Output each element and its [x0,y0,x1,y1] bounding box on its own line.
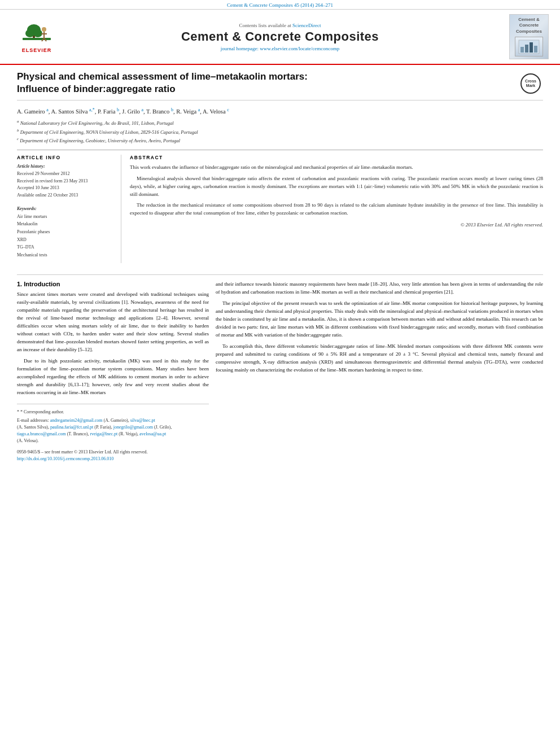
email-veiga[interactable]: rveiga@lnec.pt [90,431,117,436]
abstract-panel: ABSTRACT This work evaluates the influen… [130,155,543,264]
history-available: Available online 22 October 2013 [17,192,114,199]
journal-title-area: Contents lists available at ScienceDirec… [62,23,498,51]
keyword-4: XRD [17,236,114,244]
elsevier-tree-icon [21,21,53,46]
intro-right-para-3: To accomplish this, three different volu… [216,343,543,374]
journal-name: Cement & Concrete Composites [62,29,498,44]
corresponding-author-note: * * Corresponding author. E-mail address… [17,409,209,444]
svg-point-4 [33,29,42,37]
abstract-title: ABSTRACT [130,155,543,160]
right-column: and their influence towards historic mas… [216,281,543,462]
svg-point-3 [25,29,34,37]
email-gameiro[interactable]: andregameim24@gmail.com [50,418,103,423]
article-title: Physical and chemical assessment of lime… [17,71,515,95]
thumbnail-graphic-icon [518,39,540,55]
article-title-text: Physical and chemical assessment of lime… [17,71,515,95]
history-revised: Received in revised form 23 May 2013 [17,178,114,185]
intro-right-para-2: The principal objective of the present r… [216,300,543,339]
journal-thumbnail: Cement &ConcreteComposites [509,14,549,59]
intro-para-2: Due to its high pozzolanic activity, met… [17,357,209,397]
doi-notice: 0958-9465/$ – see front matter © 2013 El… [17,449,209,462]
keyword-5: TG–DTA [17,243,114,251]
affiliation-c: c Department of Civil Engineering, Geobi… [17,136,543,145]
authors-line: A. Gameiro a, A. Santos Silva a,*, P. Fa… [17,106,543,116]
svg-rect-12 [525,45,528,53]
email-velosa[interactable]: avelosa@ua.pt [139,431,166,436]
homepage-url: www.elsevier.com/locate/cemconcomp [260,46,339,51]
email-branco[interactable]: tiago.a.branco@gmail.com [17,431,66,436]
elsevier-label: ELSEVIER [22,47,52,53]
keyword-6: Mechanical tests [17,251,114,259]
history-label: Article history: [17,164,114,169]
email-faria[interactable]: paulina.faria@fct.unl.pt [50,425,93,430]
journal-thumbnail-area: Cement &ConcreteComposites [498,14,549,59]
abstract-para-3: The reduction in the mechanical resistan… [130,202,543,217]
history-accepted: Accepted 10 June 2013 [17,185,114,192]
svg-point-5 [42,27,46,32]
email-grilo[interactable]: jonegrilo@gmail.com [113,425,153,430]
top-bar: Cement & Concrete Composites 45 (2014) 2… [0,0,560,10]
introduction-heading: 1. Introduction [17,281,209,287]
keyword-1: Air lime mortars [17,213,114,221]
intro-right-text: and their influence towards historic mas… [216,281,543,374]
affiliation-b: b Department of Civil Engineering, NOVA … [17,128,543,136]
copyright-notice: © 2013 Elsevier Ltd. All rights reserved… [130,222,543,228]
article-title-section: Physical and chemical assessment of lime… [17,71,543,101]
elsevier-logo-area: ELSEVIER [11,21,62,53]
science-direct-link[interactable]: ScienceDirect [292,23,321,28]
intro-left-text: Since ancient times mortars were created… [17,291,209,396]
article-info-title: ARTICLE INFO [17,155,114,160]
journal-citation: Cement & Concrete Composites 45 (2014) 2… [227,2,333,8]
article-info-panel: ARTICLE INFO Article history: Received 2… [17,155,121,264]
science-direct-line: Contents lists available at ScienceDirec… [62,23,498,28]
journal-header: ELSEVIER Contents lists available at Sci… [0,10,560,65]
affiliation-a: a National Laboratory for Civil Engineer… [17,119,543,127]
svg-rect-0 [23,38,51,40]
intro-para-1: Since ancient times mortars were created… [17,291,209,354]
crossmark-badge: Cross Mark [520,73,541,94]
keyword-2: Metakaolin [17,220,114,228]
article-body: ARTICLE INFO Article history: Received 2… [17,150,543,264]
svg-rect-14 [534,46,537,53]
svg-rect-13 [530,42,533,53]
footnote-area: * * Corresponding author. E-mail address… [17,404,209,462]
journal-homepage: journal homepage: www.elsevier.com/locat… [62,46,498,51]
crossmark-area: Cross Mark [520,73,543,94]
keywords-section: Keywords: Air lime mortars Metakaolin Po… [17,206,114,259]
abstract-text: This work evaluates the influence of bin… [130,164,543,218]
keyword-3: Pozzolanic phases [17,228,114,236]
email-silva[interactable]: silva@lnec.pt [130,418,155,423]
history-received: Received 29 November 2012 [17,171,114,178]
keywords-label: Keywords: [17,206,114,211]
doi-link[interactable]: http://dx.doi.org/10.1016/j.cemconcomp.2… [17,456,113,461]
main-content: 1. Introduction Since ancient times mort… [0,275,560,468]
article-history: Article history: Received 29 November 20… [17,164,114,199]
intro-right-para-1: and their influence towards historic mas… [216,281,543,296]
affiliations: a National Laboratory for Civil Engineer… [17,119,543,145]
abstract-para-2: Mineralogical analysis showed that binde… [130,175,543,199]
abstract-para-1: This work evaluates the influence of bin… [130,164,543,172]
article-container: Physical and chemical assessment of lime… [0,65,560,274]
left-column: 1. Introduction Since ancient times mort… [17,281,209,462]
svg-rect-11 [520,47,524,53]
